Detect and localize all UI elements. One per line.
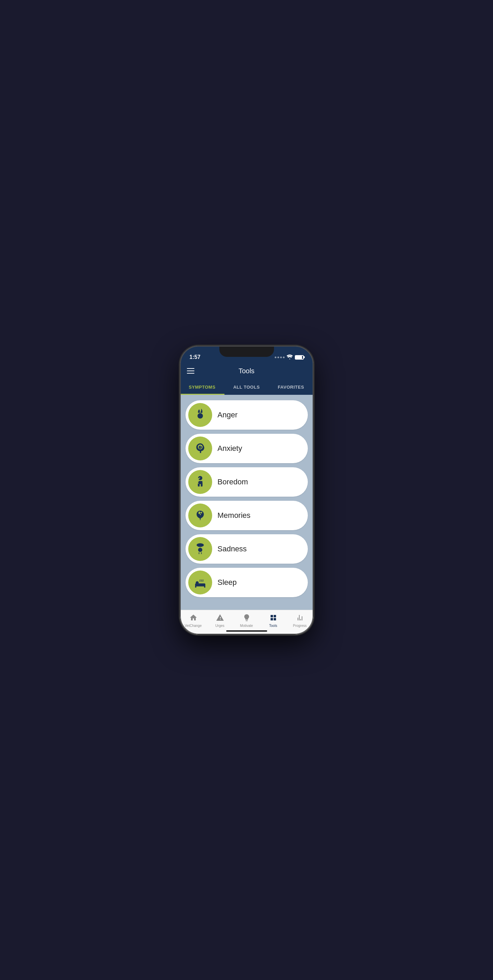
urges-icon: [215, 613, 225, 622]
svg-point-0: [198, 413, 203, 418]
svg-rect-13: [204, 585, 205, 587]
sadness-icon-circle: [188, 537, 212, 561]
nav-urges[interactable]: Urges: [207, 613, 233, 628]
symptom-sadness[interactable]: Sadness: [185, 534, 308, 564]
svg-point-14: [195, 581, 198, 584]
sadness-label: Sadness: [218, 544, 247, 554]
progress-icon: [295, 613, 305, 622]
sleep-icon-circle: ZZZ: [188, 571, 212, 594]
header-title: Tools: [238, 367, 255, 375]
notch: [219, 346, 274, 357]
memories-label: Memories: [218, 511, 251, 520]
svg-point-5: [200, 477, 200, 478]
phone-screen: 1:57: [180, 346, 313, 635]
boredom-icon-circle: [188, 470, 212, 494]
anxiety-icon: [193, 441, 208, 456]
anxiety-label: Anxiety: [218, 444, 242, 453]
symptom-anger[interactable]: Anger: [185, 400, 308, 430]
svg-text:ZZZ: ZZZ: [199, 579, 204, 582]
signal-icon: [275, 356, 285, 358]
symptom-memories[interactable]: Memories: [185, 501, 308, 530]
screen-content: 1:57: [180, 346, 313, 635]
nav-motivate[interactable]: Motivate: [233, 613, 260, 628]
symptom-anxiety[interactable]: Anxiety: [185, 434, 308, 463]
tab-symptoms[interactable]: SYMPTOMS: [180, 380, 225, 394]
phone-frame: 1:57: [180, 346, 313, 635]
tab-all-tools[interactable]: ALL TOOLS: [225, 380, 269, 394]
svg-rect-12: [195, 585, 197, 587]
nav-tools[interactable]: Tools: [260, 613, 287, 628]
memories-icon: [193, 508, 208, 523]
tab-bar: SYMPTOMS ALL TOOLS FAVORITES: [180, 380, 313, 395]
svg-line-8: [198, 546, 198, 547]
anger-label: Anger: [218, 410, 238, 419]
svg-point-7: [198, 547, 202, 552]
anxiety-icon-circle: [188, 436, 212, 460]
home-indicator: [226, 630, 267, 632]
sleep-label: Sleep: [218, 578, 237, 587]
status-icons: [275, 355, 304, 360]
nav-tools-label: Tools: [269, 624, 277, 628]
wifi-icon: [287, 355, 293, 360]
nav-urges-label: Urges: [215, 624, 225, 628]
battery-icon: [295, 355, 304, 360]
symptom-sleep[interactable]: ZZZ Sleep: [185, 568, 308, 597]
sadness-icon: [193, 541, 208, 557]
symptom-boredom[interactable]: Boredom: [185, 467, 308, 497]
tab-favorites[interactable]: FAVORITES: [269, 380, 313, 394]
motivate-icon: [242, 613, 252, 622]
symptoms-list: Anger Anxiety: [180, 395, 313, 610]
svg-line-9: [200, 546, 200, 547]
anger-icon: [193, 407, 208, 423]
tools-icon: [268, 613, 278, 622]
nav-home-label: VetChange: [185, 624, 202, 628]
nav-progress[interactable]: Progress: [287, 613, 313, 628]
svg-point-2: [198, 476, 202, 480]
sleep-icon: ZZZ: [193, 575, 208, 590]
nav-motivate-label: Motivate: [240, 624, 253, 628]
app-header: Tools: [180, 363, 313, 380]
home-icon: [189, 613, 198, 622]
nav-home[interactable]: VetChange: [180, 613, 207, 628]
status-time: 1:57: [190, 354, 201, 360]
nav-progress-label: Progress: [293, 624, 306, 628]
svg-line-10: [201, 546, 201, 547]
anger-icon-circle: [188, 403, 212, 427]
boredom-label: Boredom: [218, 477, 248, 487]
memories-icon-circle: [188, 503, 212, 527]
boredom-icon: [193, 474, 208, 490]
menu-button[interactable]: [187, 368, 194, 374]
